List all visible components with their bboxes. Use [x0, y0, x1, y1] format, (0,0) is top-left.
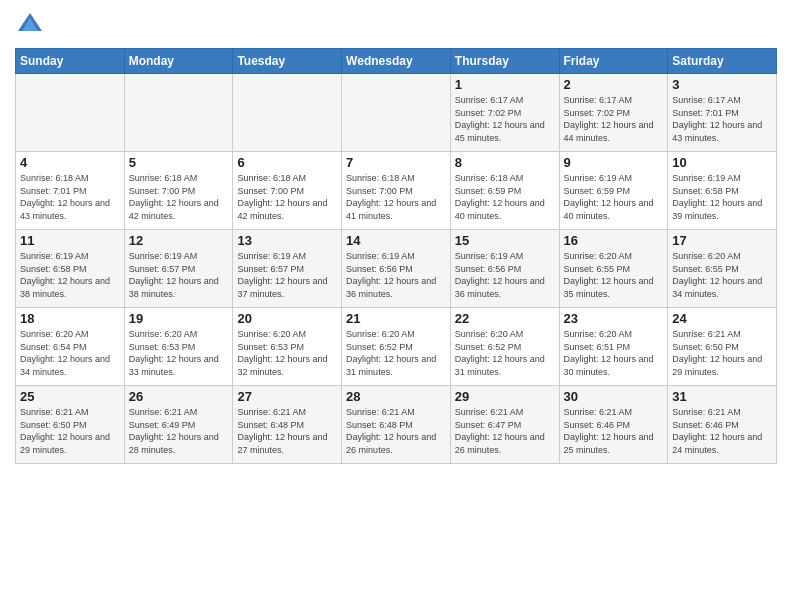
day-number: 1 — [455, 77, 555, 92]
header-cell-sunday: Sunday — [16, 49, 125, 74]
day-info: Sunrise: 6:20 AM Sunset: 6:54 PM Dayligh… — [20, 328, 120, 378]
day-number: 7 — [346, 155, 446, 170]
day-cell: 6Sunrise: 6:18 AM Sunset: 7:00 PM Daylig… — [233, 152, 342, 230]
day-cell: 25Sunrise: 6:21 AM Sunset: 6:50 PM Dayli… — [16, 386, 125, 464]
day-cell: 15Sunrise: 6:19 AM Sunset: 6:56 PM Dayli… — [450, 230, 559, 308]
day-cell: 18Sunrise: 6:20 AM Sunset: 6:54 PM Dayli… — [16, 308, 125, 386]
day-number: 10 — [672, 155, 772, 170]
day-cell: 31Sunrise: 6:21 AM Sunset: 6:46 PM Dayli… — [668, 386, 777, 464]
day-info: Sunrise: 6:20 AM Sunset: 6:52 PM Dayligh… — [346, 328, 446, 378]
day-cell: 2Sunrise: 6:17 AM Sunset: 7:02 PM Daylig… — [559, 74, 668, 152]
day-info: Sunrise: 6:17 AM Sunset: 7:02 PM Dayligh… — [455, 94, 555, 144]
day-info: Sunrise: 6:18 AM Sunset: 6:59 PM Dayligh… — [455, 172, 555, 222]
header-cell-thursday: Thursday — [450, 49, 559, 74]
day-number: 26 — [129, 389, 229, 404]
day-info: Sunrise: 6:18 AM Sunset: 7:00 PM Dayligh… — [346, 172, 446, 222]
page-header — [15, 10, 777, 40]
day-cell: 16Sunrise: 6:20 AM Sunset: 6:55 PM Dayli… — [559, 230, 668, 308]
day-cell: 27Sunrise: 6:21 AM Sunset: 6:48 PM Dayli… — [233, 386, 342, 464]
day-info: Sunrise: 6:20 AM Sunset: 6:52 PM Dayligh… — [455, 328, 555, 378]
day-cell: 3Sunrise: 6:17 AM Sunset: 7:01 PM Daylig… — [668, 74, 777, 152]
day-number: 8 — [455, 155, 555, 170]
day-info: Sunrise: 6:18 AM Sunset: 7:01 PM Dayligh… — [20, 172, 120, 222]
calendar-table: SundayMondayTuesdayWednesdayThursdayFrid… — [15, 48, 777, 464]
day-info: Sunrise: 6:19 AM Sunset: 6:57 PM Dayligh… — [237, 250, 337, 300]
day-cell: 17Sunrise: 6:20 AM Sunset: 6:55 PM Dayli… — [668, 230, 777, 308]
day-number: 4 — [20, 155, 120, 170]
day-info: Sunrise: 6:21 AM Sunset: 6:46 PM Dayligh… — [564, 406, 664, 456]
day-cell: 14Sunrise: 6:19 AM Sunset: 6:56 PM Dayli… — [342, 230, 451, 308]
day-number: 6 — [237, 155, 337, 170]
day-number: 16 — [564, 233, 664, 248]
day-info: Sunrise: 6:20 AM Sunset: 6:51 PM Dayligh… — [564, 328, 664, 378]
day-cell: 11Sunrise: 6:19 AM Sunset: 6:58 PM Dayli… — [16, 230, 125, 308]
day-number: 28 — [346, 389, 446, 404]
day-info: Sunrise: 6:21 AM Sunset: 6:46 PM Dayligh… — [672, 406, 772, 456]
day-number: 2 — [564, 77, 664, 92]
day-number: 3 — [672, 77, 772, 92]
day-info: Sunrise: 6:21 AM Sunset: 6:50 PM Dayligh… — [20, 406, 120, 456]
header-cell-saturday: Saturday — [668, 49, 777, 74]
day-info: Sunrise: 6:18 AM Sunset: 7:00 PM Dayligh… — [129, 172, 229, 222]
day-cell: 26Sunrise: 6:21 AM Sunset: 6:49 PM Dayli… — [124, 386, 233, 464]
day-number: 31 — [672, 389, 772, 404]
day-number: 18 — [20, 311, 120, 326]
day-number: 20 — [237, 311, 337, 326]
day-cell — [342, 74, 451, 152]
week-row-1: 1Sunrise: 6:17 AM Sunset: 7:02 PM Daylig… — [16, 74, 777, 152]
day-info: Sunrise: 6:19 AM Sunset: 6:58 PM Dayligh… — [20, 250, 120, 300]
day-number: 15 — [455, 233, 555, 248]
day-cell: 10Sunrise: 6:19 AM Sunset: 6:58 PM Dayli… — [668, 152, 777, 230]
day-number: 24 — [672, 311, 772, 326]
header-row: SundayMondayTuesdayWednesdayThursdayFrid… — [16, 49, 777, 74]
day-number: 12 — [129, 233, 229, 248]
week-row-3: 11Sunrise: 6:19 AM Sunset: 6:58 PM Dayli… — [16, 230, 777, 308]
day-cell: 8Sunrise: 6:18 AM Sunset: 6:59 PM Daylig… — [450, 152, 559, 230]
day-cell — [233, 74, 342, 152]
day-cell: 24Sunrise: 6:21 AM Sunset: 6:50 PM Dayli… — [668, 308, 777, 386]
day-cell: 21Sunrise: 6:20 AM Sunset: 6:52 PM Dayli… — [342, 308, 451, 386]
day-info: Sunrise: 6:21 AM Sunset: 6:50 PM Dayligh… — [672, 328, 772, 378]
header-cell-friday: Friday — [559, 49, 668, 74]
day-cell — [16, 74, 125, 152]
day-info: Sunrise: 6:19 AM Sunset: 6:57 PM Dayligh… — [129, 250, 229, 300]
day-number: 23 — [564, 311, 664, 326]
day-cell: 22Sunrise: 6:20 AM Sunset: 6:52 PM Dayli… — [450, 308, 559, 386]
day-cell: 12Sunrise: 6:19 AM Sunset: 6:57 PM Dayli… — [124, 230, 233, 308]
day-number: 21 — [346, 311, 446, 326]
day-cell: 30Sunrise: 6:21 AM Sunset: 6:46 PM Dayli… — [559, 386, 668, 464]
day-cell: 7Sunrise: 6:18 AM Sunset: 7:00 PM Daylig… — [342, 152, 451, 230]
day-number: 9 — [564, 155, 664, 170]
day-number: 14 — [346, 233, 446, 248]
day-number: 17 — [672, 233, 772, 248]
day-info: Sunrise: 6:20 AM Sunset: 6:55 PM Dayligh… — [564, 250, 664, 300]
day-info: Sunrise: 6:19 AM Sunset: 6:58 PM Dayligh… — [672, 172, 772, 222]
day-number: 22 — [455, 311, 555, 326]
day-cell: 19Sunrise: 6:20 AM Sunset: 6:53 PM Dayli… — [124, 308, 233, 386]
day-number: 27 — [237, 389, 337, 404]
header-cell-tuesday: Tuesday — [233, 49, 342, 74]
day-info: Sunrise: 6:21 AM Sunset: 6:47 PM Dayligh… — [455, 406, 555, 456]
week-row-4: 18Sunrise: 6:20 AM Sunset: 6:54 PM Dayli… — [16, 308, 777, 386]
day-info: Sunrise: 6:20 AM Sunset: 6:53 PM Dayligh… — [237, 328, 337, 378]
week-row-5: 25Sunrise: 6:21 AM Sunset: 6:50 PM Dayli… — [16, 386, 777, 464]
week-row-2: 4Sunrise: 6:18 AM Sunset: 7:01 PM Daylig… — [16, 152, 777, 230]
day-number: 13 — [237, 233, 337, 248]
day-cell — [124, 74, 233, 152]
day-number: 25 — [20, 389, 120, 404]
day-number: 11 — [20, 233, 120, 248]
day-number: 30 — [564, 389, 664, 404]
day-number: 19 — [129, 311, 229, 326]
day-info: Sunrise: 6:17 AM Sunset: 7:01 PM Dayligh… — [672, 94, 772, 144]
day-info: Sunrise: 6:19 AM Sunset: 6:56 PM Dayligh… — [346, 250, 446, 300]
day-number: 5 — [129, 155, 229, 170]
day-info: Sunrise: 6:19 AM Sunset: 6:59 PM Dayligh… — [564, 172, 664, 222]
day-info: Sunrise: 6:21 AM Sunset: 6:48 PM Dayligh… — [346, 406, 446, 456]
day-info: Sunrise: 6:20 AM Sunset: 6:55 PM Dayligh… — [672, 250, 772, 300]
day-info: Sunrise: 6:21 AM Sunset: 6:49 PM Dayligh… — [129, 406, 229, 456]
day-info: Sunrise: 6:21 AM Sunset: 6:48 PM Dayligh… — [237, 406, 337, 456]
page-container: SundayMondayTuesdayWednesdayThursdayFrid… — [0, 0, 792, 612]
day-cell: 4Sunrise: 6:18 AM Sunset: 7:01 PM Daylig… — [16, 152, 125, 230]
logo-icon — [15, 10, 45, 40]
day-cell: 1Sunrise: 6:17 AM Sunset: 7:02 PM Daylig… — [450, 74, 559, 152]
